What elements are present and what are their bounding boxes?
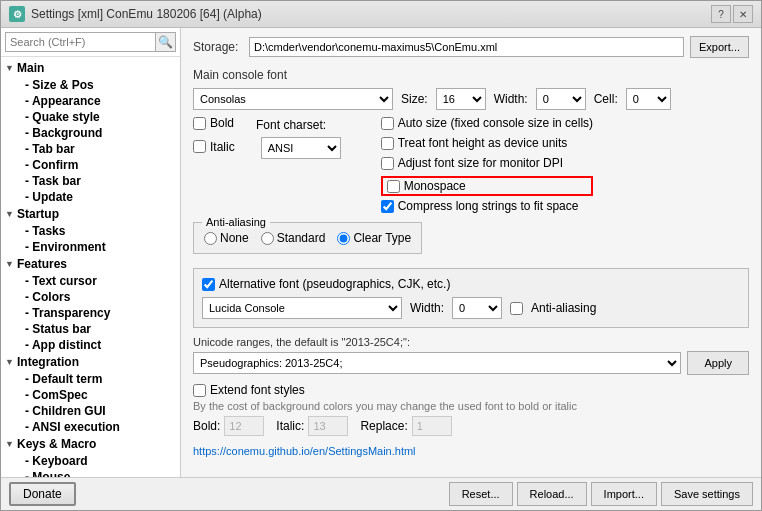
sidebar-item-task-bar[interactable]: - Task bar (21, 173, 180, 189)
search-input[interactable] (5, 32, 156, 52)
alt-width-select[interactable]: 0 (452, 297, 502, 319)
sidebar-item-integration[interactable]: ▼ Integration - Default term - ComSpec -… (1, 353, 180, 435)
sidebar-item-quake-style[interactable]: - Quake style (21, 109, 180, 125)
reset-button[interactable]: Reset... (449, 482, 513, 506)
monospace-checkbox[interactable] (387, 180, 400, 193)
unicode-select[interactable]: Pseudographics: 2013-25C4; (193, 352, 681, 374)
content-area: 🔍 ▼ Main - Size & Pos - Appearance - Qua… (1, 28, 761, 477)
radio-none-input[interactable] (204, 232, 217, 245)
sidebar-item-size-pos[interactable]: - Size & Pos (21, 77, 180, 93)
italic-field-input[interactable] (308, 416, 348, 436)
extend-checkbox[interactable] (193, 384, 206, 397)
sidebar-item-keys-macro[interactable]: ▼ Keys & Macro - Keyboard - Mouse (1, 435, 180, 477)
reload-button[interactable]: Reload... (517, 482, 587, 506)
expand-icon: ▼ (5, 439, 15, 449)
sidebar-item-keyboard[interactable]: - Keyboard (21, 453, 180, 469)
title-bar: ⚙ Settings [xml] ConEmu 180206 [64] (Alp… (1, 1, 761, 28)
bold-field-item: Bold: (193, 416, 264, 436)
charset-select[interactable]: ANSI (261, 137, 341, 159)
sidebar: 🔍 ▼ Main - Size & Pos - Appearance - Qua… (1, 28, 181, 477)
sidebar-item-main[interactable]: ▼ Main - Size & Pos - Appearance - Quake… (1, 59, 180, 205)
sidebar-label-startup: Startup (17, 207, 59, 221)
unicode-label: Unicode ranges, the default is "2013-25C… (193, 336, 749, 348)
sidebar-label-features: Features (17, 257, 67, 271)
alt-font-checkbox[interactable] (202, 278, 215, 291)
italic-checkbox[interactable] (193, 140, 206, 153)
sidebar-item-ansi-execution[interactable]: - ANSI execution (21, 419, 180, 435)
extend-checkbox-row: Extend font styles (193, 383, 749, 397)
radio-standard[interactable]: Standard (261, 231, 326, 245)
font-section-title: Main console font (193, 68, 749, 82)
treat-font-checkbox[interactable] (381, 137, 394, 150)
bold-field-input[interactable] (224, 416, 264, 436)
storage-path-input[interactable] (249, 37, 684, 57)
italic-label: Italic (210, 140, 235, 154)
sidebar-item-background[interactable]: - Background (21, 125, 180, 141)
help-button[interactable]: ? (711, 5, 731, 23)
italic-field-item: Italic: (276, 416, 348, 436)
sidebar-item-text-cursor[interactable]: - Text cursor (21, 273, 180, 289)
expand-icon: ▼ (5, 63, 15, 73)
width-select[interactable]: 0 (536, 88, 586, 110)
help-link[interactable]: https://conemu.github.io/en/SettingsMain… (193, 445, 416, 457)
alt-font-section: Alternative font (pseudographics, CJK, e… (193, 268, 749, 328)
size-select[interactable]: 16 (436, 88, 486, 110)
adjust-font-row: Adjust font size for monitor DPI (381, 156, 593, 170)
sidebar-item-confirm[interactable]: - Confirm (21, 157, 180, 173)
save-settings-button[interactable]: Save settings (661, 482, 753, 506)
features-children: - Text cursor - Colors - Transparency - … (1, 273, 180, 353)
sidebar-item-app-distinct[interactable]: - App distinct (21, 337, 180, 353)
export-button[interactable]: Export... (690, 36, 749, 58)
expand-icon: ▼ (5, 209, 15, 219)
help-link-row: https://conemu.github.io/en/SettingsMain… (193, 444, 749, 458)
replace-field-input[interactable] (412, 416, 452, 436)
radio-none[interactable]: None (204, 231, 249, 245)
sidebar-item-tasks[interactable]: - Tasks (21, 223, 180, 239)
sidebar-item-colors[interactable]: - Colors (21, 289, 180, 305)
sidebar-item-comspec[interactable]: - ComSpec (21, 387, 180, 403)
cell-select[interactable]: 0 (626, 88, 671, 110)
donate-button[interactable]: Donate (9, 482, 76, 506)
sidebar-item-status-bar[interactable]: - Status bar (21, 321, 180, 337)
replace-field-label: Replace: (360, 419, 407, 433)
anti-aliasing-alt-label: Anti-aliasing (531, 301, 596, 315)
compress-label: Compress long strings to fit space (398, 199, 579, 213)
import-button[interactable]: Import... (591, 482, 657, 506)
sidebar-label-keys-macro: Keys & Macro (17, 437, 96, 451)
startup-children: - Tasks - Environment (1, 223, 180, 255)
sidebar-item-appearance[interactable]: - Appearance (21, 93, 180, 109)
bold-italic-row: Bold: Italic: Replace: (193, 416, 749, 436)
close-button[interactable]: ✕ (733, 5, 753, 23)
sidebar-item-transparency[interactable]: - Transparency (21, 305, 180, 321)
main-children: - Size & Pos - Appearance - Quake style … (1, 77, 180, 205)
sidebar-item-update[interactable]: - Update (21, 189, 180, 205)
treat-font-label: Treat font height as device units (398, 136, 568, 150)
sidebar-item-children-gui[interactable]: - Children GUI (21, 403, 180, 419)
radio-clear-type[interactable]: Clear Type (337, 231, 411, 245)
bottom-bar: Donate Reset... Reload... Import... Save… (1, 477, 761, 510)
size-label: Size: (401, 92, 428, 106)
sidebar-item-environment[interactable]: - Environment (21, 239, 180, 255)
adjust-font-checkbox[interactable] (381, 157, 394, 170)
expand-icon: ▼ (5, 357, 15, 367)
radio-clear-type-input[interactable] (337, 232, 350, 245)
sidebar-item-default-term[interactable]: - Default term (21, 371, 180, 387)
compress-checkbox[interactable] (381, 200, 394, 213)
anti-aliasing-alt-checkbox[interactable] (510, 302, 523, 315)
sidebar-item-mouse[interactable]: - Mouse (21, 469, 180, 477)
radio-standard-input[interactable] (261, 232, 274, 245)
font-select[interactable]: Consolas (193, 88, 393, 110)
apply-button[interactable]: Apply (687, 351, 749, 375)
title-controls: ? ✕ (711, 5, 753, 23)
sidebar-item-tab-bar[interactable]: - Tab bar (21, 141, 180, 157)
sidebar-item-features[interactable]: ▼ Features - Text cursor - Colors - Tran… (1, 255, 180, 353)
search-button[interactable]: 🔍 (156, 32, 176, 52)
width-label: Width: (494, 92, 528, 106)
auto-size-checkbox[interactable] (381, 117, 394, 130)
search-box: 🔍 (1, 28, 180, 57)
sidebar-item-startup[interactable]: ▼ Startup - Tasks - Environment (1, 205, 180, 255)
alt-font-select[interactable]: Lucida Console (202, 297, 402, 319)
adjust-font-label: Adjust font size for monitor DPI (398, 156, 563, 170)
bold-checkbox[interactable] (193, 117, 206, 130)
treat-font-row: Treat font height as device units (381, 136, 593, 150)
